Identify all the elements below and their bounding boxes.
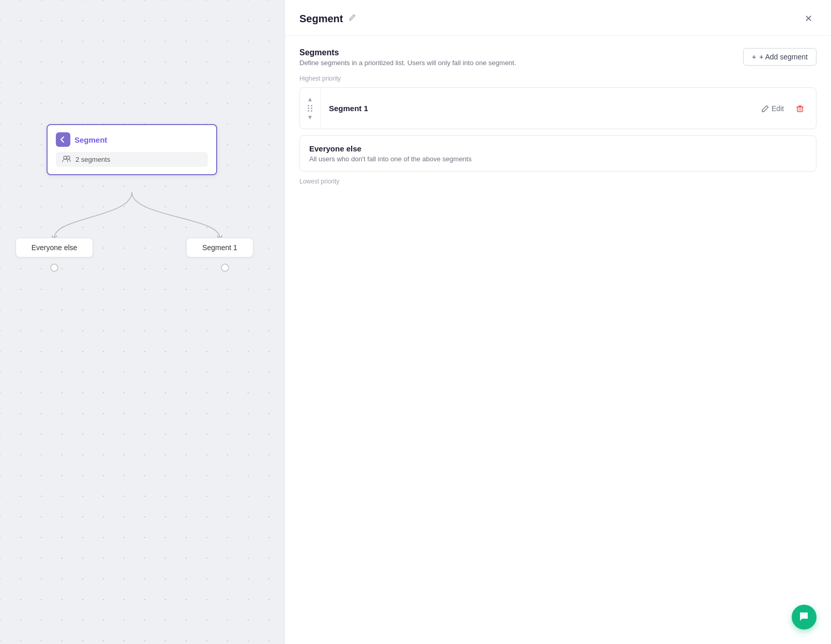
segment1-name: Segment 1 [329, 104, 368, 113]
segments-header: Segments Define segments in a prioritize… [299, 48, 817, 67]
segment1-actions: Edit [758, 101, 816, 116]
segment1-delete-button[interactable] [792, 101, 808, 116]
right-panel: Segment ✕ Segments Define segments in a … [284, 0, 831, 644]
lowest-priority-label: Lowest priority [299, 178, 817, 185]
segments-title: Segments [299, 48, 516, 57]
chat-fab-button[interactable] [792, 605, 817, 630]
close-button[interactable]: ✕ [800, 10, 817, 27]
panel-title-row: Segment [299, 13, 356, 25]
segment1-edit-button[interactable]: Edit [758, 102, 788, 115]
trash-icon [796, 104, 804, 113]
segment-node-title: Segment [74, 135, 107, 144]
leaf-segment1-label: Segment 1 [202, 243, 237, 252]
svg-point-0 [64, 156, 67, 159]
highest-priority-label: Highest priority [299, 75, 817, 82]
add-segment-button[interactable]: + + Add segment [743, 48, 817, 66]
drag-dots [308, 105, 312, 112]
everyone-else-desc: All users who don't fall into one of the… [309, 155, 807, 163]
panel-title: Segment [299, 13, 343, 25]
segments-title-block: Segments Define segments in a prioritize… [299, 48, 516, 67]
segment-node[interactable]: Segment 2 segments [47, 124, 217, 175]
chat-icon [798, 610, 810, 624]
canvas-area: Segment 2 segments Everyone else [0, 0, 284, 644]
drag-down-arrow[interactable]: ▼ [307, 114, 313, 120]
leaf-everyone-label: Everyone else [32, 243, 78, 252]
segment-node-header: Segment [56, 132, 208, 147]
everyone-else-card: Everyone else All users who don't fall i… [299, 135, 817, 172]
panel-title-edit-icon[interactable] [348, 13, 356, 24]
segment1-card: ▲ [299, 87, 817, 129]
add-segment-plus-icon: + [752, 53, 756, 61]
connector-lines [0, 0, 284, 644]
segment1-drag-handle[interactable]: ▲ [300, 88, 321, 129]
badge-users-icon [62, 155, 71, 164]
everyone-else-title: Everyone else [309, 144, 807, 153]
panel-header: Segment ✕ [285, 0, 831, 36]
segment1-card-content: Segment 1 [321, 97, 758, 120]
leaf-everyone[interactable]: Everyone else [16, 238, 93, 257]
close-icon: ✕ [805, 13, 812, 24]
svg-point-1 [67, 156, 70, 159]
panel-body: Segments Define segments in a prioritize… [285, 36, 831, 644]
segment-node-badge-text: 2 segments [75, 156, 110, 163]
segments-subtitle: Define segments in a prioritized list. U… [299, 59, 516, 67]
segment-node-badge: 2 segments [56, 152, 208, 167]
leaf-segment1[interactable]: Segment 1 [186, 238, 253, 257]
svg-rect-2 [797, 107, 803, 112]
leaf-everyone-connector [50, 264, 58, 272]
edit-pencil-icon [762, 105, 769, 112]
add-segment-label: + Add segment [759, 53, 808, 61]
drag-up-arrow[interactable]: ▲ [307, 96, 313, 102]
segment-node-icon [56, 132, 70, 147]
canvas-content: Segment 2 segments Everyone else [0, 0, 284, 644]
segment1-card-inner: ▲ [300, 88, 816, 129]
leaf-segment1-connector [221, 264, 229, 272]
segment1-edit-label: Edit [772, 104, 784, 113]
